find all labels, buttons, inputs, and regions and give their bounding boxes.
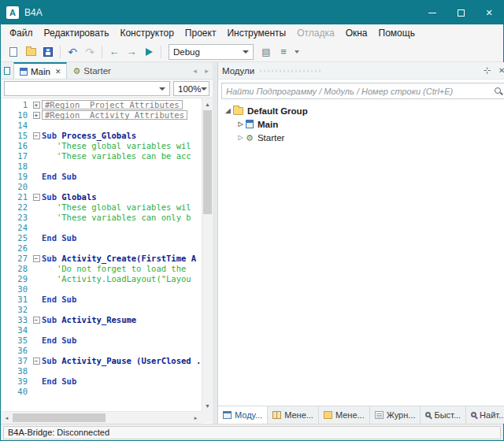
code-line-27[interactable]: 27−Sub Activity_Create(FirstTime A (1, 254, 202, 264)
open-project-button[interactable] (23, 44, 39, 60)
menu-item-debug[interactable]: Отладка (291, 25, 339, 41)
close-button[interactable]: ✕ (475, 1, 503, 24)
code-line-39[interactable]: 39End Sub (1, 376, 202, 387)
tab-starter[interactable]: Starter (67, 62, 116, 79)
zoom-combo[interactable]: 100% (173, 81, 209, 96)
find-panel-tab[interactable]: Найт... (466, 406, 504, 424)
breakpoint-margin[interactable] (1, 182, 10, 192)
code-line-28[interactable]: 28 'Do not forget to load the (1, 264, 202, 274)
code-line-24[interactable]: 24 (1, 223, 202, 233)
expand-arrow-icon[interactable]: ▷ (235, 134, 246, 141)
build-configuration-combo[interactable]: Debug (169, 44, 254, 60)
code-line-14[interactable]: 14 (1, 120, 202, 131)
breakpoint-margin[interactable] (1, 243, 10, 254)
code-line-33[interactable]: 33−Sub Activity_Resume (1, 315, 202, 325)
code-line-31[interactable]: 31End Sub (1, 295, 202, 305)
breakpoint-margin[interactable] (1, 213, 10, 223)
collapsed-region[interactable]: #Region Project Attributes (42, 100, 183, 109)
code-line-36[interactable]: 36 (1, 346, 202, 356)
menu-item-tools[interactable]: Инструменты (221, 25, 291, 41)
code-line-21[interactable]: 21−Sub Globals (1, 192, 202, 202)
code-line-22[interactable]: 22 'These global variables wil (1, 202, 202, 213)
log-panel-tab[interactable]: Журн... (370, 406, 421, 424)
search-panel-tab[interactable]: Быст... (421, 406, 466, 424)
code-editor[interactable]: 1+#Region Project Attributes10+#Region A… (1, 98, 213, 411)
breakpoint-margin[interactable] (1, 315, 10, 325)
collapse-fold-icon[interactable]: − (33, 194, 40, 201)
code-line-19[interactable]: 19End Sub (1, 172, 202, 182)
member-selector-combo[interactable] (4, 81, 170, 96)
code-line-37[interactable]: 37−Sub Activity_Pause (UserClosed . (1, 356, 202, 366)
menu-item-project[interactable]: Проект (180, 25, 222, 41)
breakpoint-margin[interactable] (1, 151, 10, 161)
undo-button[interactable] (65, 44, 80, 60)
horizontal-scroll-thumb[interactable] (13, 413, 106, 422)
breakpoint-margin[interactable] (1, 141, 10, 151)
code-line-29[interactable]: 29 'Activity.LoadLayout("Layou (1, 274, 202, 284)
scroll-down-icon[interactable]: ▼ (202, 400, 213, 411)
pin-icon[interactable]: ⊹ (482, 65, 491, 76)
breakpoint-margin[interactable] (1, 131, 10, 141)
redo-button[interactable] (82, 44, 98, 60)
scroll-tabs-right-icon[interactable]: ▸ (201, 62, 213, 79)
code-line-38[interactable]: 38 (1, 366, 202, 376)
scroll-left-icon[interactable]: ◂ (1, 412, 13, 424)
files-panel-tab[interactable]: Мене... (319, 406, 370, 424)
run-button[interactable] (141, 44, 157, 60)
collapse-fold-icon[interactable]: − (33, 317, 40, 324)
back-button[interactable] (106, 44, 122, 60)
collapse-fold-icon[interactable]: − (33, 358, 40, 365)
breakpoint-margin[interactable] (1, 161, 10, 172)
breakpoint-margin[interactable] (1, 192, 10, 202)
save-button[interactable] (40, 44, 56, 60)
new-project-button[interactable] (6, 44, 21, 60)
expand-fold-icon[interactable]: + (33, 112, 40, 119)
editor-horizontal-scrollbar[interactable]: ◂ ▸ (1, 411, 202, 424)
menu-item-designer[interactable]: Конструктор (114, 25, 179, 41)
scroll-right-icon[interactable]: ▸ (190, 412, 202, 424)
expand-arrow-icon[interactable]: ▷ (235, 120, 246, 128)
code-line-40[interactable]: 40 (1, 387, 202, 397)
maximize-button[interactable] (447, 1, 475, 24)
code-line-17[interactable]: 17 'These variables can be acc (1, 151, 202, 161)
code-line-35[interactable]: 35End Sub (1, 335, 202, 346)
code-line-20[interactable]: 20 (1, 182, 202, 192)
menu-item-help[interactable]: Помощь (373, 25, 421, 41)
breakpoint-margin[interactable] (1, 223, 10, 233)
code-line-18[interactable]: 18 (1, 161, 202, 172)
scroll-up-icon[interactable]: ▲ (202, 98, 213, 109)
scroll-tabs-left-icon[interactable]: ◂ (189, 62, 201, 79)
breakpoint-margin[interactable] (1, 100, 10, 110)
breakpoint-margin[interactable] (1, 376, 10, 387)
breakpoint-margin[interactable] (1, 295, 10, 305)
breakpoint-margin[interactable] (1, 172, 10, 182)
collapse-arrow-icon[interactable]: ◢ (223, 107, 233, 114)
code-line-15[interactable]: 15−Sub Process_Globals (1, 131, 202, 141)
code-line-25[interactable]: 25End Sub (1, 233, 202, 243)
menu-item-edit[interactable]: Редактировать (39, 25, 115, 41)
panel-close-icon[interactable]: ✕ (496, 66, 504, 75)
code-line-10[interactable]: 10+#Region Activity Attributes (1, 110, 202, 120)
breakpoint-margin[interactable] (1, 366, 10, 376)
breakpoint-margin[interactable] (1, 274, 10, 284)
code-line-1[interactable]: 1+#Region Project Attributes (1, 100, 202, 110)
code-line-34[interactable]: 34 (1, 325, 202, 335)
breakpoint-margin[interactable] (1, 233, 10, 243)
code-line-16[interactable]: 16 'These global variables wil (1, 141, 202, 151)
collapse-fold-icon[interactable]: − (33, 132, 40, 139)
search-input[interactable] (226, 87, 494, 96)
breakpoint-margin[interactable] (1, 346, 10, 356)
breakpoint-margin[interactable] (1, 202, 10, 213)
breakpoint-margin[interactable] (1, 356, 10, 366)
tree-item-default-group[interactable]: ◢Default Group (218, 104, 504, 117)
minimize-button[interactable] (418, 1, 447, 24)
breakpoint-margin[interactable] (1, 387, 10, 397)
code-line-23[interactable]: 23 'These variables can only b (1, 213, 202, 223)
vertical-scroll-thumb[interactable] (203, 110, 212, 214)
forward-button[interactable] (124, 44, 139, 60)
expand-fold-icon[interactable]: + (33, 102, 40, 109)
breakpoint-margin[interactable] (1, 254, 10, 264)
code-line-32[interactable]: 32 (1, 305, 202, 315)
tree-item-main[interactable]: ▷Main (218, 117, 504, 131)
code-line-26[interactable]: 26 (1, 243, 202, 254)
